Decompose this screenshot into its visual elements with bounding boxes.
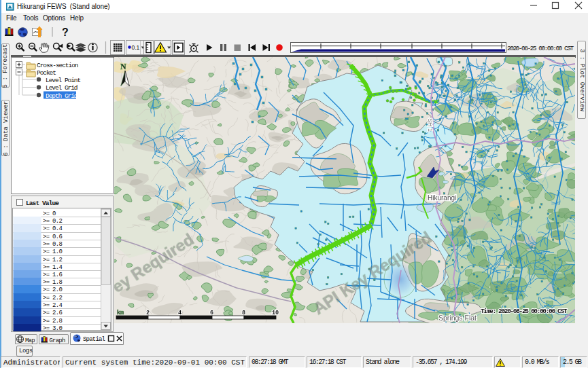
svg-text:Time: 2020-08-25 00:00:00 CST: Time: 2020-08-25 00:00:00 CST <box>481 308 568 315</box>
svg-text:>= 3.0: >= 3.0 <box>43 325 63 331</box>
svg-text:>= 1.2: >= 1.2 <box>43 257 63 263</box>
svg-text:8: 8 <box>242 310 245 316</box>
svg-text:0.1: 0.1 <box>132 44 140 51</box>
svg-text:>= 2.8: >= 2.8 <box>43 318 63 325</box>
svg-text:>= 2.0: >= 2.0 <box>43 287 63 293</box>
svg-text:>= 0.4: >= 0.4 <box>43 225 63 232</box>
svg-text:>= 2.2: >= 2.2 <box>43 295 63 301</box>
svg-text:SH 1: SH 1 <box>427 118 434 132</box>
svg-text:N: N <box>120 62 126 71</box>
svg-text:Level Point: Level Point <box>46 77 81 84</box>
svg-text:>= 1.6: >= 1.6 <box>43 272 63 278</box>
svg-text:>= 1.8: >= 1.8 <box>43 279 63 286</box>
svg-text:km: km <box>117 310 124 316</box>
svg-text:Graph: Graph <box>50 337 65 344</box>
svg-text:Cross-section: Cross-section <box>37 62 78 69</box>
svg-text:Level Grid: Level Grid <box>46 84 77 92</box>
svg-text:2: 2 <box>146 310 150 316</box>
svg-text:Springs Flat: Springs Flat <box>438 314 477 322</box>
svg-text:10: 10 <box>272 310 279 316</box>
svg-text:>= 2.4: >= 2.4 <box>43 302 63 309</box>
svg-text:?: ? <box>62 26 69 38</box>
svg-text:>= 0: >= 0 <box>43 210 56 217</box>
svg-text:Last Value: Last Value <box>26 200 59 207</box>
svg-text:6: 6 <box>210 310 213 316</box>
svg-text:Hikurangi: Hikurangi <box>428 194 456 202</box>
svg-text:Depth Grid: Depth Grid <box>46 92 77 100</box>
svg-text:2020-08-25 00:00:00 CST: 2020-08-25 00:00:00 CST <box>507 45 574 52</box>
svg-text:>= 0.6: >= 0.6 <box>43 234 63 240</box>
svg-text:Spatial: Spatial <box>83 336 105 343</box>
svg-text:>= 0.8: >= 0.8 <box>43 241 63 248</box>
svg-text:Pocket: Pocket <box>37 69 56 77</box>
svg-text:>= 0.2: >= 0.2 <box>43 218 63 225</box>
svg-text:>= 1.4: >= 1.4 <box>43 264 63 271</box>
svg-text:4: 4 <box>178 310 181 316</box>
svg-text:Map: Map <box>25 337 35 344</box>
svg-text:>= 1.0: >= 1.0 <box>43 249 63 255</box>
svg-text:>= 2.6: >= 2.6 <box>43 310 63 316</box>
